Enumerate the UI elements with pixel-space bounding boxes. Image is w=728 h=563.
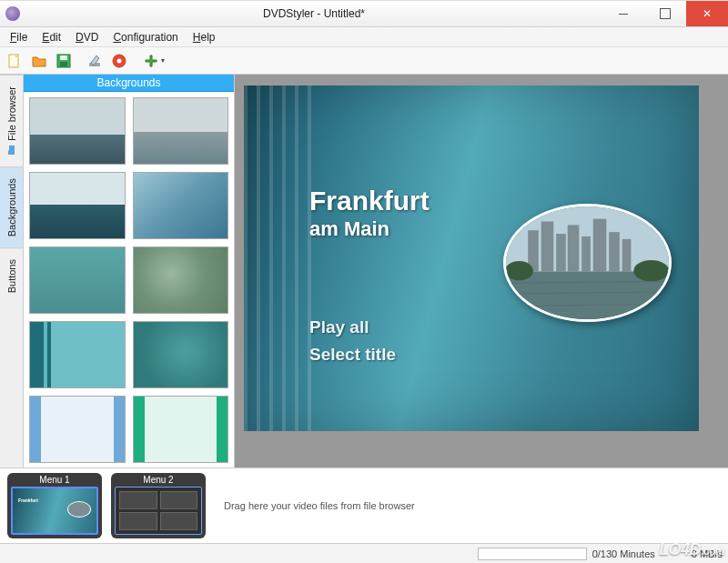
timeline-menu-card[interactable]: Menu 2: [111, 473, 206, 538]
background-thumb[interactable]: [29, 246, 126, 314]
menu-play-all[interactable]: Play all: [309, 317, 369, 337]
svg-point-18: [633, 260, 669, 281]
background-thumb[interactable]: [133, 97, 229, 165]
folder-icon: [6, 145, 17, 156]
svg-rect-11: [556, 234, 566, 272]
background-thumb[interactable]: [133, 246, 229, 314]
svg-rect-14: [593, 219, 607, 272]
window-buttons: [602, 1, 728, 26]
background-thumb[interactable]: [29, 97, 126, 165]
menu-title-main[interactable]: Frankfurt: [309, 186, 430, 216]
preview-area: Frankfurt am Main Play all Select title: [235, 75, 728, 467]
menucard-label: Menu 2: [143, 475, 173, 485]
svg-point-17: [506, 261, 533, 280]
titlebar: DVDStyler - Untitled*: [0, 0, 728, 27]
window-title: DVDStyler - Untitled*: [25, 7, 602, 20]
backgrounds-grid[interactable]: [24, 92, 234, 467]
status-bar: 0/130 Minutes 8 MB/s: [0, 543, 728, 563]
burn-button[interactable]: [108, 50, 130, 72]
close-button[interactable]: [686, 1, 728, 26]
rate-label: 8 MB/s: [692, 548, 723, 559]
background-thumb[interactable]: [133, 172, 229, 239]
menu-image-ellipse[interactable]: [503, 204, 672, 322]
menu-select-title[interactable]: Select title: [309, 345, 396, 365]
menu-title-sub[interactable]: am Main: [309, 217, 389, 241]
dvd-menu-preview[interactable]: Frankfurt am Main Play all Select title: [244, 85, 699, 431]
svg-rect-3: [60, 62, 67, 66]
background-thumb[interactable]: [29, 396, 126, 463]
chevron-down-icon: ▼: [160, 57, 167, 64]
side-tabs: File browser Backgrounds Buttons: [0, 75, 24, 467]
background-thumb[interactable]: [29, 172, 126, 239]
tab-label: Buttons: [6, 259, 17, 293]
timeline-menu-card[interactable]: Menu 1Frankfurt: [7, 473, 102, 538]
menu-edit[interactable]: Edit: [35, 29, 67, 45]
tab-buttons[interactable]: Buttons: [0, 247, 23, 304]
background-thumb[interactable]: [133, 321, 229, 388]
city-photo: [506, 206, 669, 319]
menu-file[interactable]: File: [4, 29, 34, 45]
toolbar: ▼: [0, 47, 728, 75]
save-button[interactable]: [53, 50, 75, 72]
menucard-thumb: Frankfurt: [11, 487, 98, 535]
backgrounds-panel: Backgrounds: [24, 75, 235, 467]
tab-label: Backgrounds: [6, 178, 17, 236]
minutes-label: 0/130 Minutes: [592, 548, 655, 559]
app-icon: [5, 6, 20, 21]
maximize-button[interactable]: [644, 1, 686, 26]
new-button[interactable]: [4, 50, 25, 72]
menucard-thumb: [115, 487, 202, 535]
add-button[interactable]: ▼: [139, 50, 170, 72]
menucard-label: Menu 1: [39, 475, 69, 485]
svg-rect-15: [609, 232, 620, 272]
settings-button[interactable]: [84, 50, 106, 72]
svg-point-6: [117, 58, 122, 63]
tab-file-browser[interactable]: File browser: [0, 75, 23, 166]
minimize-button[interactable]: [602, 1, 644, 26]
timeline-items: Menu 1FrankfurtMenu 2: [7, 473, 206, 538]
menu-dvd[interactable]: DVD: [69, 29, 105, 45]
svg-rect-13: [581, 236, 591, 272]
stripe-decor: [244, 85, 317, 431]
menu-help[interactable]: Help: [187, 29, 222, 45]
svg-rect-12: [568, 225, 580, 271]
svg-rect-2: [60, 55, 67, 60]
disc-usage-bar: [478, 548, 587, 560]
drop-hint: Drag here your video files from file bro…: [224, 500, 415, 511]
main-area: File browser Backgrounds Buttons Backgro…: [0, 75, 728, 467]
tab-label: File browser: [6, 86, 17, 141]
svg-rect-10: [541, 222, 554, 272]
menubar: File Edit DVD Configuration Help: [0, 27, 728, 47]
panel-header: Backgrounds: [24, 75, 234, 92]
svg-rect-16: [622, 239, 632, 272]
menu-configuration[interactable]: Configuration: [106, 29, 184, 45]
background-thumb[interactable]: [133, 396, 229, 463]
timeline[interactable]: Menu 1FrankfurtMenu 2 Drag here your vid…: [0, 467, 728, 543]
tab-backgrounds[interactable]: Backgrounds: [0, 166, 23, 247]
background-thumb[interactable]: [29, 321, 126, 388]
open-button[interactable]: [28, 50, 50, 72]
